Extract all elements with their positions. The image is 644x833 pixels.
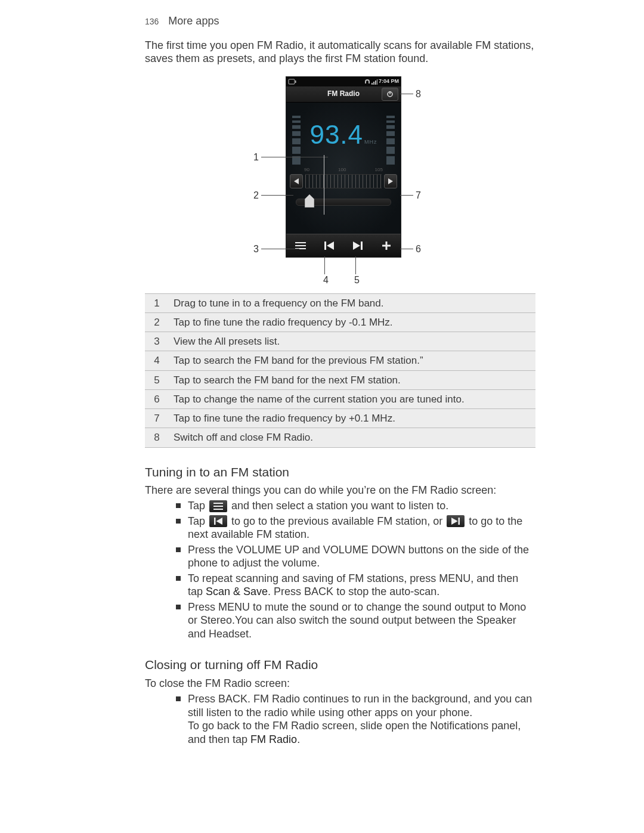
triangle-left-icon — [294, 178, 299, 184]
svg-marker-15 — [327, 241, 334, 250]
tuning-slider[interactable] — [296, 199, 391, 206]
signal-icon — [371, 79, 377, 85]
callout-5: 5 — [352, 274, 362, 286]
skip-next-icon — [353, 241, 363, 250]
fm-radio-figure: 7:04 PM FM Radio — [145, 76, 535, 291]
closing-bullet-1: Press BACK. FM Radio continues to run in… — [176, 692, 535, 746]
legend-row: 3View the All presets list. — [145, 332, 535, 351]
skip-next-icon — [451, 518, 460, 525]
frequency-display: 93.4MHz — [286, 118, 401, 151]
callout-1: 1 — [251, 151, 328, 163]
legend-row: 1Drag to tune in to a frequency on the F… — [145, 293, 535, 312]
legend-row: 4Tap to search the FM band for the previ… — [145, 351, 535, 370]
tuner-area: 93.4MHz 90 100 105 — [286, 103, 401, 234]
legend-row: 2Tap to fine tune the radio frequency by… — [145, 312, 535, 332]
phone-screenshot: 7:04 PM FM Radio — [286, 76, 401, 258]
frequency-dial[interactable] — [305, 174, 382, 188]
svg-marker-9 — [388, 178, 393, 184]
tuning-bullet-3: Press the VOLUME UP and VOLUME DOWN butt… — [176, 543, 535, 570]
frequency-value: 93.4 — [309, 120, 363, 149]
rename-station-button[interactable] — [376, 237, 397, 255]
bottom-toolbar — [286, 234, 401, 257]
svg-rect-23 — [214, 518, 216, 525]
skip-previous-icon — [214, 518, 222, 525]
callout-8: 8 — [400, 88, 423, 100]
svg-marker-25 — [451, 518, 458, 525]
triangle-right-icon — [388, 178, 393, 184]
svg-rect-0 — [289, 79, 295, 84]
status-time: 7:04 PM — [379, 78, 399, 85]
legend-row: 5Tap to search the FM band for the next … — [145, 370, 535, 389]
callout-2: 2 — [251, 190, 293, 202]
section-name: More apps — [168, 14, 219, 28]
svg-rect-2 — [371, 83, 373, 85]
svg-rect-26 — [459, 518, 460, 525]
status-left-icons — [288, 79, 296, 85]
legend-row: 7Tap to fine tune the radio frequency by… — [145, 409, 535, 428]
power-button[interactable] — [382, 88, 398, 101]
fine-tune-up-button[interactable] — [384, 174, 397, 188]
legend-row: 8Switch off and close FM Radio. — [145, 428, 535, 447]
tuning-bullet-5: Press MENU to mute the sound or to chang… — [176, 600, 535, 641]
slider-thumb[interactable] — [305, 194, 314, 208]
frequency-unit: MHz — [364, 139, 377, 145]
svg-marker-24 — [216, 518, 223, 525]
svg-marker-8 — [294, 178, 299, 184]
tuning-bullets: Tap and then select a station you want t… — [176, 499, 535, 640]
closing-intro: To close the FM Radio screen: — [145, 677, 535, 690]
next-station-inline-button[interactable] — [447, 515, 465, 527]
dial-scale-labels: 90 100 105 — [290, 167, 397, 173]
intro-paragraph: The first time you open FM Radio, it aut… — [145, 39, 535, 66]
dial-needle — [324, 155, 324, 215]
plus-icon — [382, 241, 391, 250]
app-title-bar: FM Radio — [286, 86, 401, 103]
status-bar: 7:04 PM — [286, 77, 401, 86]
list-icon — [213, 503, 223, 510]
headset-icon — [364, 79, 370, 85]
scan-save-label: Scan & Save — [206, 586, 268, 597]
page-header: 136 More apps — [145, 14, 535, 28]
fm-radio-app-label: FM Radio — [250, 733, 297, 745]
tuning-bullet-1: Tap and then select a station you want t… — [176, 499, 535, 513]
callout-6: 6 — [400, 243, 423, 255]
callout-4-lead — [324, 256, 325, 274]
legend-row: 6Tap to change the name of the current s… — [145, 389, 535, 408]
callout-3: 3 — [251, 243, 299, 255]
svg-rect-1 — [295, 80, 296, 83]
closing-heading: Closing or turning off FM Radio — [145, 657, 535, 673]
svg-marker-10 — [305, 194, 314, 208]
next-station-button[interactable] — [348, 237, 368, 255]
svg-marker-16 — [353, 241, 360, 250]
tuning-bullet-2: Tap to go to the previous available FM s… — [176, 515, 535, 541]
page-number: 136 — [145, 17, 159, 27]
power-icon — [386, 91, 394, 98]
tuning-intro: There are several things you can do whil… — [145, 484, 535, 497]
svg-rect-17 — [361, 241, 363, 250]
app-title: FM Radio — [327, 89, 360, 98]
tuning-bullet-4: To repeat scanning and saving of FM stat… — [176, 572, 535, 599]
svg-rect-5 — [377, 79, 377, 85]
svg-rect-3 — [373, 82, 374, 85]
svg-rect-14 — [324, 241, 326, 250]
previous-station-inline-button[interactable] — [209, 515, 227, 527]
fine-tune-down-button[interactable] — [290, 174, 303, 188]
skip-previous-icon — [324, 241, 334, 250]
presets-list-inline-button[interactable] — [209, 500, 227, 512]
callout-4: 4 — [321, 274, 331, 286]
tuning-heading: Tuning in to an FM station — [145, 465, 535, 480]
callout-5-lead — [355, 256, 356, 274]
legend-table: 1Drag to tune in to a frequency on the F… — [145, 293, 535, 448]
closing-bullets: Press BACK. FM Radio continues to run in… — [176, 692, 535, 746]
svg-rect-4 — [375, 80, 376, 85]
callout-7: 7 — [400, 190, 423, 202]
previous-station-button[interactable] — [319, 237, 339, 255]
